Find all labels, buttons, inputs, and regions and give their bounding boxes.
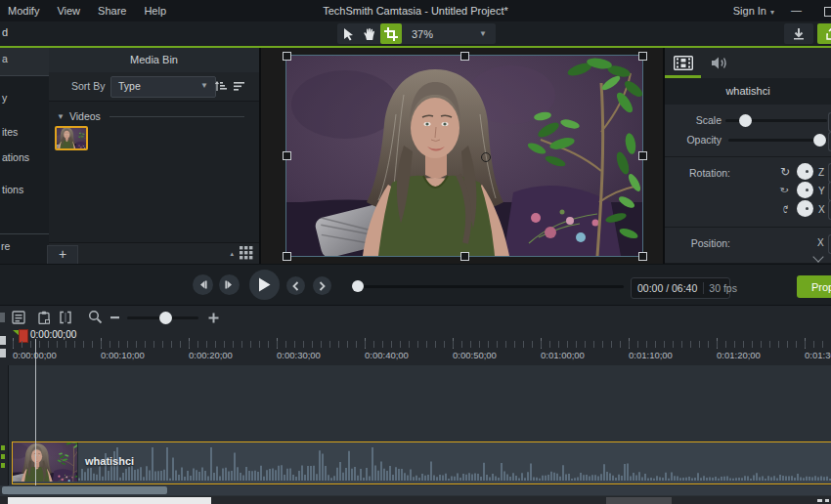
menu-item-help[interactable]: Help bbox=[144, 5, 166, 17]
canvas-toolbar: d 37% ▼ bbox=[0, 21, 831, 46]
chevron-down-icon: ▼ bbox=[479, 29, 487, 38]
undo-button-partial[interactable] bbox=[0, 311, 5, 324]
canvas-zoom-select[interactable]: 37% ▼ bbox=[402, 23, 496, 44]
scale-slider-thumb[interactable] bbox=[739, 114, 752, 127]
minimize-button[interactable]: — bbox=[791, 0, 802, 21]
selection-handle-5[interactable] bbox=[283, 252, 291, 261]
menu-bar: TechSmith Camtasia - Untitled Project* M… bbox=[0, 0, 831, 21]
rotation-x-dial[interactable] bbox=[797, 200, 813, 217]
pan-tool-button[interactable] bbox=[359, 23, 380, 44]
hand-icon bbox=[363, 27, 376, 41]
timeline-ruler[interactable]: 0:00:00;00 0:00:00;000:00:10;000:00:20;0… bbox=[0, 329, 831, 366]
rotation-y-dial[interactable] bbox=[797, 182, 813, 198]
next-frame-icon bbox=[225, 280, 234, 289]
clipboard-icon bbox=[37, 311, 51, 324]
video-preview[interactable] bbox=[286, 56, 642, 256]
menu-item-modify[interactable]: Modify bbox=[8, 5, 39, 17]
seek-slider[interactable] bbox=[358, 285, 624, 288]
grid-view-button[interactable] bbox=[240, 246, 253, 260]
axis-y-label: Y bbox=[818, 186, 825, 196]
selection-handle-6[interactable] bbox=[460, 252, 469, 261]
chevron-down-icon[interactable] bbox=[812, 251, 823, 262]
next-frame-button[interactable] bbox=[219, 274, 240, 295]
timeline-tracks[interactable]: whatishci bbox=[0, 365, 831, 504]
speaker-icon bbox=[711, 56, 728, 70]
taskbar-fragment bbox=[817, 499, 822, 502]
sort-by-label: Sort By bbox=[71, 80, 105, 92]
selection-handle-7[interactable] bbox=[638, 252, 647, 261]
menu-item-share[interactable]: Share bbox=[98, 5, 126, 17]
selection-handle-2[interactable] bbox=[638, 52, 647, 61]
rotation-label: Rotation: bbox=[665, 167, 730, 179]
selection-handle-3[interactable] bbox=[283, 151, 291, 160]
timeline-scrollbar-thumb[interactable] bbox=[2, 486, 167, 494]
crop-tool-button[interactable] bbox=[380, 23, 402, 44]
opacity-label: Opacity bbox=[665, 134, 722, 146]
sidebar-item-0[interactable]: a bbox=[0, 53, 51, 66]
media-bin-panel: Media Bin Sort By Type ▼ ▼ Videos + ▴ bbox=[49, 48, 261, 264]
zoom-out-button[interactable] bbox=[110, 316, 119, 319]
edge-fragment bbox=[0, 349, 6, 357]
ruler-label-3: 0:00:30;00 bbox=[277, 350, 321, 360]
paste-button[interactable] bbox=[37, 311, 51, 324]
sign-in-menu[interactable]: Sign In▾ bbox=[733, 0, 774, 21]
export-share-button[interactable] bbox=[817, 23, 831, 44]
add-media-button[interactable]: + bbox=[47, 245, 78, 265]
record-button-partial[interactable]: d bbox=[2, 26, 8, 38]
sidebar-item-more[interactable]: re bbox=[0, 240, 50, 252]
next-clip-button[interactable] bbox=[313, 276, 331, 295]
playhead-line[interactable] bbox=[35, 339, 36, 485]
sidebar-item-2[interactable]: ites bbox=[0, 126, 51, 140]
edit-tool-group: 37% ▼ bbox=[337, 23, 496, 44]
previous-frame-button[interactable] bbox=[193, 274, 213, 295]
chevron-down-icon: ▼ bbox=[200, 77, 208, 95]
selection-handle-4[interactable] bbox=[638, 151, 647, 160]
cursor-tool-button[interactable] bbox=[337, 23, 359, 44]
fps-display: 30 fps bbox=[703, 282, 742, 294]
rotation-z-dial[interactable] bbox=[797, 163, 813, 180]
selection-handle-1[interactable] bbox=[460, 52, 469, 61]
prev-frame-icon bbox=[198, 280, 207, 289]
properties-button[interactable]: Properties bbox=[797, 275, 831, 298]
timeline-clip-whatishci[interactable]: whatishci bbox=[12, 441, 831, 484]
sort-ascending-button[interactable] bbox=[213, 76, 229, 96]
sidebar-item-1[interactable]: y bbox=[0, 92, 51, 105]
video-frame bbox=[286, 56, 642, 256]
selection-handle-0[interactable] bbox=[283, 52, 291, 61]
sort-descending-button[interactable] bbox=[231, 76, 246, 96]
seek-slider-thumb[interactable] bbox=[352, 280, 364, 292]
ruler-label-5: 0:00:50;00 bbox=[453, 350, 497, 360]
split-button[interactable] bbox=[59, 311, 72, 324]
zoom-tool-button[interactable] bbox=[88, 310, 103, 324]
menu-item-view[interactable]: View bbox=[57, 5, 80, 17]
sort-desc-icon bbox=[233, 81, 244, 92]
download-icon bbox=[793, 27, 805, 40]
anchor-point[interactable] bbox=[481, 152, 491, 162]
download-button[interactable] bbox=[784, 23, 813, 44]
bottom-edge-strip bbox=[0, 496, 831, 504]
notes-icon bbox=[12, 311, 25, 324]
media-thumbnail-image bbox=[57, 128, 86, 148]
zoom-in-button[interactable] bbox=[208, 313, 219, 323]
play-button[interactable] bbox=[249, 270, 280, 300]
opacity-slider[interactable] bbox=[728, 139, 827, 142]
storyboard-button[interactable] bbox=[12, 311, 25, 324]
previous-clip-button[interactable] bbox=[286, 276, 305, 295]
sort-type-select[interactable]: Type ▼ bbox=[110, 76, 216, 98]
taskbar-fragment bbox=[8, 497, 211, 504]
clip-name-label: whatishci bbox=[85, 455, 134, 467]
maximize-button[interactable] bbox=[824, 7, 831, 17]
sidebar-item-3[interactable]: ations bbox=[0, 151, 51, 165]
tab-audio-properties[interactable] bbox=[701, 48, 737, 78]
timeline-zoom-thumb[interactable] bbox=[159, 312, 172, 324]
media-item-whatishci[interactable] bbox=[55, 126, 88, 150]
crop-icon bbox=[384, 27, 398, 41]
opacity-slider-thumb[interactable] bbox=[813, 134, 826, 147]
videos-section-header[interactable]: ▼ Videos bbox=[57, 109, 252, 123]
chevron-right-icon bbox=[319, 281, 326, 291]
tab-visual-properties[interactable] bbox=[665, 48, 701, 78]
videos-label: Videos bbox=[69, 110, 101, 122]
partial-icon bbox=[0, 311, 5, 324]
sidebar-item-4[interactable]: tions bbox=[0, 184, 51, 197]
plus-icon bbox=[208, 313, 219, 323]
